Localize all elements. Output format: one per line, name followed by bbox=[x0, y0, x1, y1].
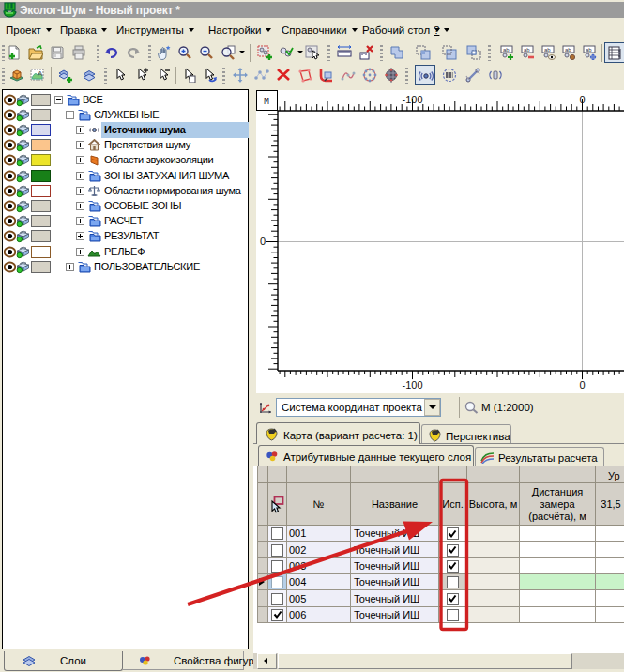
svg-text:-100: -100 bbox=[402, 379, 422, 390]
svg-text:ab: ab bbox=[524, 47, 530, 53]
svg-text:0: 0 bbox=[579, 379, 585, 390]
svg-text:0: 0 bbox=[260, 236, 266, 247]
svg-text:ab: ab bbox=[565, 47, 571, 53]
svg-text:0: 0 bbox=[579, 94, 585, 105]
svg-text:ab: ab bbox=[503, 47, 510, 53]
svg-text:-100: -100 bbox=[402, 94, 422, 105]
svg-text:М: М bbox=[264, 97, 269, 107]
svg-text:A: A bbox=[38, 69, 43, 78]
svg-text:ab: ab bbox=[586, 47, 592, 53]
svg-text:ab: ab bbox=[544, 47, 551, 53]
